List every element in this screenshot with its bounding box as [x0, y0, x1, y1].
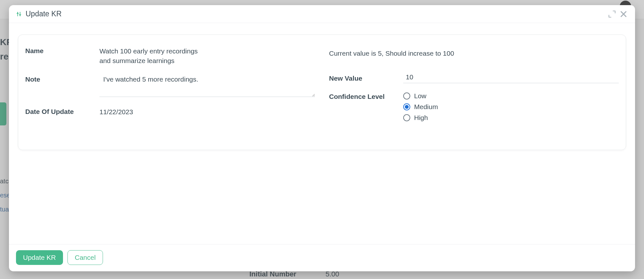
new-value-input[interactable]: [403, 73, 619, 83]
update-kr-button[interactable]: Update KR: [16, 250, 63, 265]
date-label: Date Of Update: [25, 107, 99, 116]
confidence-radio-group: Low Medium High: [403, 92, 619, 122]
modal-header: Update KR: [9, 5, 635, 23]
update-kr-modal: Update KR Name Watch 100 early entry rec…: [9, 5, 635, 271]
radio-icon: [403, 103, 410, 110]
modal-title: Update KR: [26, 10, 605, 18]
confidence-radio-medium[interactable]: Medium: [403, 103, 619, 111]
cancel-button[interactable]: Cancel: [67, 250, 103, 265]
expand-button[interactable]: [608, 10, 617, 19]
confidence-label: Confidence Level: [329, 92, 403, 100]
sliders-icon: [16, 11, 22, 17]
confidence-high-label: High: [414, 114, 428, 122]
confidence-medium-label: Medium: [414, 103, 438, 111]
value-hint: Current value is 5, Should increase to 1…: [329, 46, 619, 57]
note-field: Note: [25, 75, 315, 98]
confidence-field: Confidence Level Low Medium High: [329, 92, 619, 122]
form-panel: Name Watch 100 early entry recordings an…: [18, 35, 626, 150]
confidence-low-label: Low: [414, 92, 427, 100]
modal-body: Name Watch 100 early entry recordings an…: [9, 23, 635, 244]
left-column: Name Watch 100 early entry recordings an…: [18, 46, 322, 131]
new-value-field: New Value: [329, 73, 619, 83]
modal-footer: Update KR Cancel: [9, 244, 635, 271]
radio-icon: [403, 92, 410, 100]
name-label: Name: [25, 46, 99, 55]
date-field: Date Of Update 11/22/2023: [25, 107, 315, 117]
close-button[interactable]: [619, 10, 628, 19]
note-label: Note: [25, 75, 99, 83]
note-input[interactable]: [99, 75, 315, 97]
name-value: Watch 100 early entry recordings and sum…: [99, 46, 202, 66]
right-column: Current value is 5, Should increase to 1…: [322, 46, 626, 131]
confidence-radio-low[interactable]: Low: [403, 92, 619, 100]
radio-icon: [403, 114, 410, 121]
name-field: Name Watch 100 early entry recordings an…: [25, 46, 315, 66]
date-value: 11/22/2023: [99, 107, 315, 117]
new-value-label: New Value: [329, 74, 403, 82]
confidence-radio-high[interactable]: High: [403, 114, 619, 122]
